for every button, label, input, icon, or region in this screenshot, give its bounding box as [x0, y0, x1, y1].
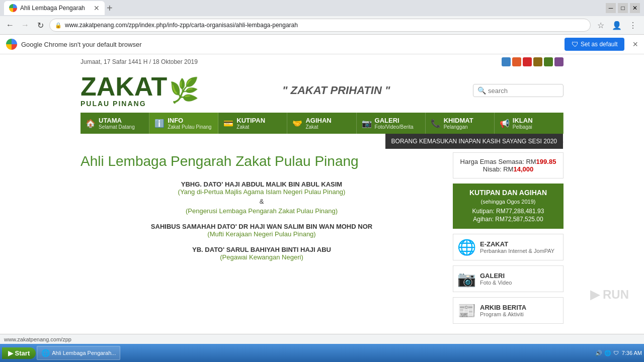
tab-title: Ahli Lembaga Pengarah: [20, 5, 91, 12]
main-content: Ahli Lembaga Pengarah Zakat Pulau Pinang…: [80, 152, 443, 329]
menu-button[interactable]: ⋮: [626, 18, 640, 32]
nav-iklan-sub: Pelbagai: [513, 124, 533, 130]
new-tab-button[interactable]: +: [107, 3, 113, 14]
nav-iklan[interactable]: 📢 IKLAN Pelbagai BORANG KEMASUKAN INAPAN…: [495, 113, 564, 134]
color-swatch-purple[interactable]: [554, 57, 564, 66]
nav-utama-label: UTAMA: [99, 117, 135, 124]
tab-favicon: [9, 4, 17, 12]
security-icon: 🔒: [55, 22, 62, 29]
person-role-1a[interactable]: (Yang di-Pertua Majlis Agama Islam Neger…: [80, 188, 443, 196]
bookmark-button[interactable]: ☆: [594, 18, 608, 32]
page-title: Ahli Lembaga Pengarah Zakat Pulau Pinang: [80, 152, 443, 170]
galeri-icon: 📷: [362, 119, 372, 128]
address-bar: ← → ↻ 🔒 www.zakatpenang.com/zpp/index.ph…: [0, 16, 644, 34]
account-button[interactable]: 👤: [610, 18, 624, 32]
kutipan-sub: (sehingga Ogos 2019): [458, 199, 558, 205]
set-default-button[interactable]: 🛡 Set as default: [565, 38, 624, 51]
logo-zakat-text: ZAKAT: [80, 73, 167, 100]
person-block-1: YBHG. DATO' HAJI ABDUL MALIK BIN ABUL KA…: [80, 180, 443, 215]
nav-galeri[interactable]: 📷 GALERI Foto/Video/Berita: [357, 113, 426, 134]
person-role-1b[interactable]: (Pengerusi Lembaga Pengarah Zakat Pulau …: [80, 207, 443, 215]
nav-utama-sub: Selamat Datang: [99, 124, 135, 130]
logo-area: ZAKAT PULAU PINANG 🌿: [80, 73, 199, 108]
color-swatch-blue[interactable]: [502, 57, 511, 66]
title-bar: Ahli Lembaga Pengarah ✕ + ─ □ ✕: [0, 0, 644, 16]
nav-kutipan[interactable]: 💳 KUTIPAN Zakat: [218, 113, 287, 134]
person-name-2: SAHIBUS SAMAHAH DATO' DR HAJI WAN SALIM …: [80, 223, 443, 230]
nav-iklan-label: IKLAN: [513, 117, 533, 124]
color-swatches: [502, 57, 564, 66]
color-swatch-orange[interactable]: [512, 57, 521, 66]
ezakat-title: E-ZAKAT: [480, 240, 554, 248]
maximize-button[interactable]: □: [618, 3, 628, 13]
galeri-sidebar-title: GALERI: [480, 272, 512, 280]
url-box[interactable]: 🔒 www.zakatpenang.com/zpp/index.php/info…: [49, 19, 591, 32]
browser-chrome: Ahli Lembaga Pengarah ✕ + ─ □ ✕ ← → ↻ 🔒 …: [0, 0, 644, 35]
close-window-button[interactable]: ✕: [630, 3, 640, 13]
chrome-logo: [6, 39, 17, 50]
person-name-1: YBHG. DATO' HAJI ABDUL MALIK BIN ABUL KA…: [80, 180, 443, 188]
nav-khidmat-label: KHIDMAT: [444, 117, 473, 124]
kutipan-icon: 💳: [223, 119, 233, 128]
nav-agihan[interactable]: 🤝 AGIHAN Zakat: [287, 113, 356, 134]
notification-close-button[interactable]: ×: [632, 39, 638, 50]
nisab-value: 14,000: [513, 165, 533, 173]
search-input[interactable]: [488, 87, 558, 95]
website-content: Jumaat, 17 Safar 1441 H / 18 Oktober 201…: [0, 54, 644, 334]
iklan-dropdown: BORANG KEMASUKAN INAPAN KASIH SAYANG SES…: [385, 134, 563, 149]
agihan-icon: 🤝: [292, 119, 302, 128]
top-bar: Jumaat, 17 Safar 1441 H / 18 Oktober 201…: [0, 54, 644, 68]
nav-utama[interactable]: 🏠 UTAMA Selamat Datang: [80, 113, 149, 134]
notification-text: Google Chrome isn't your default browser: [21, 41, 560, 48]
nav-khidmat-sub: Pelanggan: [444, 124, 473, 130]
gold-price-label: Harga Emas Semasa: RM: [460, 158, 536, 165]
color-swatch-gold[interactable]: [533, 57, 542, 66]
arkib-title: ARKIB BERITA: [480, 304, 526, 311]
logo-text-block: ZAKAT PULAU PINANG: [80, 73, 167, 108]
galeri-card[interactable]: 📷 GALERI Foto & Video: [453, 265, 564, 292]
person-role-2[interactable]: (Mufti Kerajaan Negeri Pulau Pinang): [80, 230, 443, 238]
color-swatch-red[interactable]: [523, 57, 532, 66]
iklan-icon: 📢: [500, 119, 510, 128]
toolbar-icons: ☆ 👤 ⋮: [594, 18, 640, 32]
arkib-icon: 📰: [457, 302, 476, 319]
nav-agihan-label: AGIHAN: [305, 117, 331, 124]
date-display: Jumaat, 17 Safar 1441 H / 18 Oktober 201…: [80, 58, 198, 65]
window-controls: ─ □ ✕: [606, 3, 640, 13]
arkib-sub: Program & Aktiviti: [480, 311, 526, 317]
nav-galeri-label: GALERI: [375, 117, 414, 124]
iklan-dropdown-text: BORANG KEMASUKAN INAPAN KASIH SAYANG SES…: [391, 138, 557, 145]
tab-close-button[interactable]: ✕: [94, 4, 100, 12]
nav-agihan-sub: Zakat: [305, 124, 331, 130]
nav-galeri-sub: Foto/Video/Berita: [375, 124, 414, 130]
nisab-row: Nisab: RM14,000: [458, 165, 558, 173]
ezakat-card[interactable]: 🌐 E-ZAKAT Perbankan Internet & JomPAY: [453, 234, 564, 260]
nisab-label: Nisab: RM: [483, 165, 514, 173]
forward-button[interactable]: →: [19, 19, 31, 31]
browser-tab[interactable]: Ahli Lembaga Pengarah ✕: [4, 1, 105, 15]
nav-kutipan-label: KUTIPAN: [236, 117, 265, 124]
search-icon: 🔍: [477, 86, 486, 95]
nav-info[interactable]: ℹ️ INFO Zakat Pulau Pinang: [149, 113, 218, 134]
reload-button[interactable]: ↻: [34, 19, 46, 31]
kutipan-agihan-box: KUTIPAN DAN AGIHAN (sehingga Ogos 2019) …: [453, 184, 564, 229]
ezakat-sub: Perbankan Internet & JomPAY: [480, 248, 554, 254]
minimize-button[interactable]: ─: [606, 3, 616, 13]
khidmat-icon: 📞: [431, 119, 441, 128]
site-header: ZAKAT PULAU PINANG 🌿 " ZAKAT PRIHATIN " …: [0, 68, 644, 113]
nav-kutipan-sub: Zakat: [236, 124, 265, 130]
kutipan-title: KUTIPAN DAN AGIHAN: [458, 189, 558, 197]
nav-info-sub: Zakat Pulau Pinang: [168, 124, 211, 130]
galeri-sidebar-sub: Foto & Video: [480, 280, 512, 286]
nav-khidmat[interactable]: 📞 KHIDMAT Pelanggan: [426, 113, 495, 134]
nav-info-label: INFO: [168, 117, 211, 124]
info-icon: ℹ️: [154, 119, 165, 128]
arkib-card[interactable]: 📰 ARKIB BERITA Program & Aktiviti: [453, 297, 564, 324]
agihan-amount-row: Agihan: RM72,587,525.00: [458, 216, 558, 223]
main-layout: Ahli Lembaga Pengarah Zakat Pulau Pinang…: [80, 147, 564, 334]
navigation-bar: 🏠 UTAMA Selamat Datang ℹ️ INFO Zakat Pul…: [80, 113, 564, 134]
color-swatch-green[interactable]: [544, 57, 553, 66]
notification-bar: Google Chrome isn't your default browser…: [0, 35, 644, 54]
person-role-3[interactable]: (Pegawai Kewangan Negeri): [80, 253, 443, 261]
back-button[interactable]: ←: [4, 19, 16, 31]
